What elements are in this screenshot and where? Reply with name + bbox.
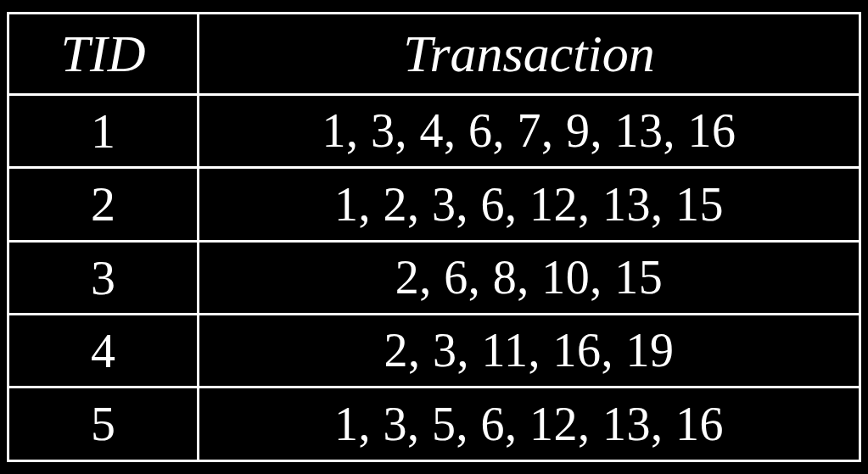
- table-header-row: TID Transaction: [8, 14, 860, 95]
- cell-tid: 3: [8, 241, 199, 314]
- header-transaction: Transaction: [199, 14, 860, 95]
- cell-transaction: 1, 3, 5, 6, 12, 13, 16: [199, 388, 860, 460]
- table-row: 1 1, 3, 4, 6, 7, 9, 13, 16: [8, 94, 860, 167]
- transaction-table: TID Transaction 1 1, 3, 4, 6, 7, 9, 13, …: [7, 12, 861, 462]
- table-row: 5 1, 3, 5, 6, 12, 13, 16: [8, 388, 860, 460]
- transaction-table-container: TID Transaction 1 1, 3, 4, 6, 7, 9, 13, …: [7, 12, 861, 462]
- header-tid: TID: [8, 14, 199, 95]
- cell-tid: 1: [8, 94, 199, 167]
- cell-tid: 2: [8, 168, 199, 241]
- table-row: 2 1, 2, 3, 6, 12, 13, 15: [8, 168, 860, 241]
- table-row: 4 2, 3, 11, 16, 19: [8, 314, 860, 387]
- cell-transaction: 2, 3, 11, 16, 19: [199, 314, 860, 387]
- cell-tid: 4: [8, 314, 199, 387]
- cell-transaction: 1, 2, 3, 6, 12, 13, 15: [199, 168, 860, 241]
- table-row: 3 2, 6, 8, 10, 15: [8, 241, 860, 314]
- cell-tid: 5: [8, 388, 199, 460]
- cell-transaction: 2, 6, 8, 10, 15: [199, 241, 860, 314]
- cell-transaction: 1, 3, 4, 6, 7, 9, 13, 16: [199, 94, 860, 167]
